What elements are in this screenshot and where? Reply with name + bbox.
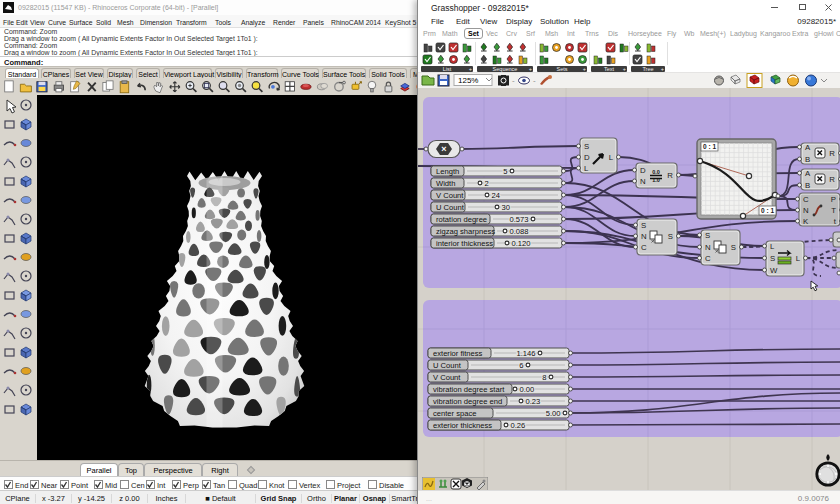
svg-text:D: D (640, 166, 646, 175)
svg-text:0.088: 0.088 (510, 227, 529, 236)
svg-text:B: B (805, 181, 810, 190)
svg-text:S: S (770, 254, 775, 263)
svg-text:W: W (770, 266, 778, 275)
svg-text:30: 30 (502, 203, 510, 212)
svg-text:0.573: 0.573 (509, 215, 528, 224)
svg-text:Sequence: Sequence (493, 66, 518, 72)
svg-text:center space: center space (433, 409, 476, 418)
svg-text:×: × (441, 144, 446, 154)
svg-text:0.0: 0.0 (652, 169, 660, 175)
svg-text:L: L (584, 164, 589, 173)
svg-text:5: 5 (503, 167, 507, 176)
svg-text:5.00: 5.00 (546, 409, 561, 418)
svg-text:B: B (805, 155, 810, 164)
svg-text:N: N (640, 177, 646, 186)
svg-text:L: L (796, 254, 801, 263)
svg-text:2: 2 (485, 179, 489, 188)
svg-text:6: 6 (519, 361, 523, 370)
svg-text:rotation degree: rotation degree (436, 215, 487, 224)
svg-text:List: List (443, 66, 452, 72)
svg-text:A: A (805, 143, 811, 152)
svg-text:Length: Length (436, 167, 459, 176)
svg-text:U Count: U Count (433, 361, 462, 370)
svg-text:Sets: Sets (556, 66, 567, 72)
svg-text:1.146: 1.146 (516, 349, 535, 358)
svg-text:vibration degree start: vibration degree start (433, 385, 505, 394)
svg-text:R: R (829, 149, 835, 158)
svg-text:T: T (831, 206, 836, 215)
svg-text:L: L (609, 153, 614, 162)
svg-text:8: 8 (542, 373, 546, 382)
svg-text:U Count: U Count (436, 203, 465, 212)
svg-text:125%: 125% (458, 76, 478, 85)
svg-text:0.120: 0.120 (512, 239, 531, 248)
svg-text:24: 24 (492, 191, 500, 200)
svg-text:exterior thickness: exterior thickness (433, 421, 492, 430)
svg-text:C: C (803, 195, 809, 204)
svg-text:0.23: 0.23 (526, 397, 541, 406)
svg-text:exterior fitness: exterior fitness (433, 349, 483, 358)
svg-text:Text: Text (604, 66, 615, 72)
svg-text:vibration degree end: vibration degree end (433, 397, 502, 406)
svg-text:S: S (668, 232, 673, 241)
svg-text:R: R (667, 171, 673, 180)
svg-text:0.26: 0.26 (511, 421, 526, 430)
svg-text:P: P (831, 195, 836, 204)
svg-text:-: - (512, 76, 515, 85)
svg-text:N: N (705, 243, 711, 252)
svg-text:0 : 1: 0 : 1 (703, 143, 716, 150)
svg-text:C: C (705, 254, 711, 263)
svg-text:S: S (641, 221, 646, 230)
svg-text:N: N (803, 206, 809, 215)
svg-text:V Count: V Count (436, 191, 464, 200)
svg-text:S: S (584, 142, 589, 151)
svg-text:-: - (533, 76, 536, 85)
svg-text:A: A (805, 169, 811, 178)
svg-text:Tree: Tree (642, 66, 653, 72)
svg-text:K: K (803, 217, 809, 226)
svg-text:interior thickness: interior thickness (436, 239, 493, 248)
svg-text:V Count: V Count (433, 373, 461, 382)
svg-text:0.00: 0.00 (520, 385, 535, 394)
svg-text:S: S (731, 243, 736, 252)
svg-text:C: C (641, 243, 647, 252)
svg-text:0 : 1: 0 : 1 (761, 207, 774, 214)
svg-text:Width: Width (436, 179, 455, 188)
svg-text:R: R (829, 175, 835, 184)
svg-text:S: S (705, 231, 710, 240)
svg-text:N: N (641, 232, 647, 241)
svg-text:D: D (584, 153, 590, 162)
svg-text:zigzag sharpness: zigzag sharpness (436, 227, 495, 236)
svg-text:L: L (770, 242, 775, 251)
